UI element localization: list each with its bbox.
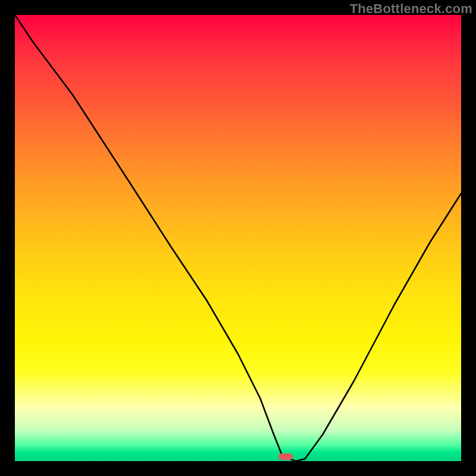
chart-frame: TheBottleneck.com	[0, 0, 476, 476]
watermark-text: TheBottleneck.com	[350, 1, 472, 17]
bottleneck-curve	[15, 15, 461, 461]
curve-path	[15, 15, 461, 461]
optimal-marker	[278, 453, 293, 460]
